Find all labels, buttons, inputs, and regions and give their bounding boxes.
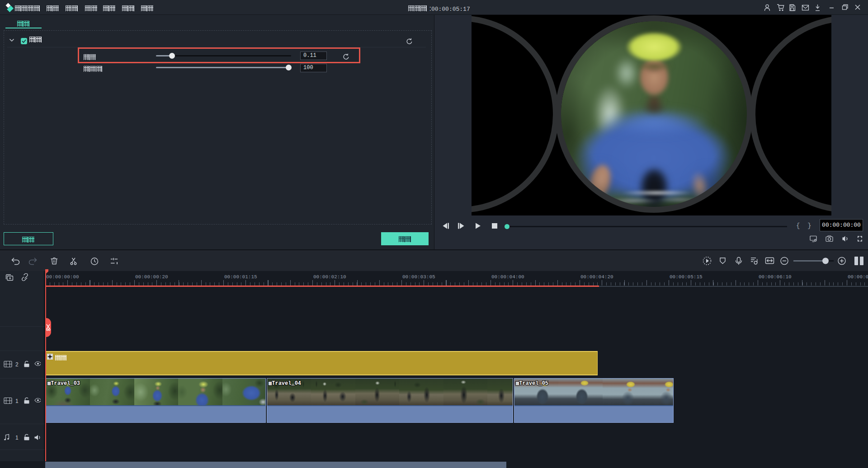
svg-text:1: 1	[15, 398, 19, 404]
svg-text:1: 1	[15, 435, 19, 441]
svg-text:2: 2	[15, 361, 19, 368]
